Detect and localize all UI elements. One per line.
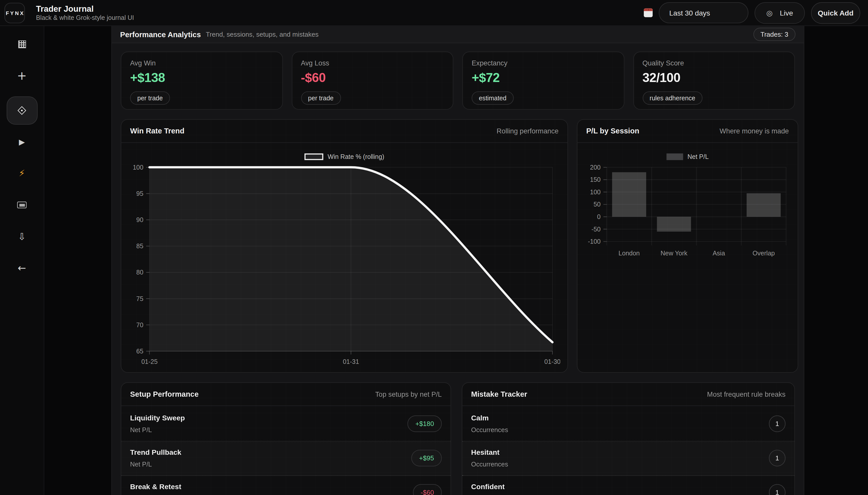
stat-badge: per trade [130,91,170,105]
card-subtitle: Where money is made [720,127,789,135]
mistake-tracker-card: Mistake Tracker Most frequent rule break… [462,382,795,495]
count-badge: 1 [769,415,785,432]
sidebar-item-grid[interactable] [6,33,37,55]
grid-icon [18,40,26,48]
mistake-row-calm: Calm Occurrences 1 [462,407,794,442]
session-chart-body: Net P/L -100-50050100150200LondonNew Yor… [578,143,798,267]
mistake-name: Calm [471,414,508,422]
title-block: Trader Journal Black & white Grok-style … [36,4,134,22]
stat-label: Quality Score [642,59,785,67]
svg-text:Asia: Asia [712,250,725,257]
mistake-sub: Occurrences [471,460,508,468]
pl-badge: -$60 [413,484,442,495]
stat-badge: per trade [301,91,341,105]
svg-text:London: London [619,250,640,257]
card-subtitle: Top setups by net P/L [375,390,442,398]
panel-body: Avg Win +$138 per trade Avg Loss -$60 pe… [112,43,803,495]
card-title: Setup Performance [130,390,198,398]
setup-name: Liquidity Sweep [130,414,185,422]
sidebar-item-back[interactable]: ← [6,257,37,279]
svg-text:50: 50 [594,201,601,208]
svg-text:80: 80 [136,269,143,276]
svg-text:0: 0 [597,213,601,220]
diamond-dot-icon [18,106,26,115]
sidebar-item-play[interactable]: ▶ [6,131,37,153]
date-range-select[interactable]: Last 30 days [659,2,748,23]
mistake-row-hesitant: Hesitant Occurrences 1 [462,442,794,476]
svg-text:150: 150 [590,176,601,183]
sidebar-item-add[interactable]: + [6,65,37,87]
calendar-icon [644,8,653,17]
svg-text:-100: -100 [588,238,601,245]
count-badge: 1 [769,484,785,495]
svg-text:01-30: 01-30 [544,358,560,365]
stat-value: -$60 [301,70,444,85]
page: Performance Analytics Trend, sessions, s… [44,26,868,495]
stat-card-expectancy: Expectancy +$72 estimated [462,51,624,109]
legend-label: Net P/L [687,154,708,160]
sidebar-item-lightning[interactable]: ⚡ [6,162,37,184]
sidebar-rail: + ▶ ⚡ ⇩ ← [0,26,44,495]
svg-text:95: 95 [136,190,143,197]
stat-value: 32/100 [642,70,785,85]
svg-text:85: 85 [136,242,143,250]
setup-row-break-retest: Break & Retest Net P/L -$60 [121,476,450,495]
live-button-label: Live [780,8,793,17]
stat-label: Avg Win [130,59,273,67]
card-title: Mistake Tracker [471,390,527,398]
win-rate-legend[interactable]: Win Rate % (rolling) [128,151,560,163]
stat-card-avg-loss: Avg Loss -$60 per trade [291,51,453,109]
page-title: Performance Analytics [120,30,201,39]
stats-row: Avg Win +$138 per trade Avg Loss -$60 pe… [121,51,795,109]
svg-text:01-31: 01-31 [343,358,359,365]
win-rate-chart-body: Win Rate % (rolling) 6570758085909510001… [121,143,567,372]
svg-text:200: 200 [590,164,601,171]
live-button[interactable]: ◎ Live [755,2,805,24]
svg-text:65: 65 [136,347,143,355]
arrow-left-icon: ← [18,263,26,273]
sidebar-item-panel[interactable] [6,194,37,216]
mistake-name: Confident [471,482,508,491]
stat-card-avg-win: Avg Win +$138 per trade [121,51,282,109]
setup-sub: Net P/L [130,426,185,433]
topbar-controls: Last 30 days ◎ Live Quick Add [644,2,861,24]
svg-text:75: 75 [136,295,143,302]
mistake-row-confident: Confident Occurrences 1 [462,476,794,495]
stat-label: Expectancy [472,59,615,67]
mistake-list: Calm Occurrences 1 Hesitant Occurrences [462,406,794,495]
session-chart: -100-50050100150200LondonNew YorkAsiaOve… [585,164,791,262]
svg-text:01-25: 01-25 [141,358,158,365]
plus-icon: + [17,70,27,82]
stat-card-quality-score: Quality Score 32/100 rules adherence [633,51,795,109]
pl-badge: +$95 [411,450,442,466]
line-legend-swatch [304,154,323,160]
bar-legend-swatch [667,154,683,160]
play-icon: ▶ [19,138,25,146]
app-title: Trader Journal [36,4,134,14]
page-subtitle: Trend, sessions, setups, and mistakes [206,31,319,38]
panel-header: Performance Analytics Trend, sessions, s… [112,26,803,43]
card-title: P/L by Session [586,127,639,135]
svg-text:New York: New York [661,250,688,257]
lightning-icon: ⚡ [19,169,25,178]
svg-text:100: 100 [133,164,143,171]
setup-row-liquidity-sweep: Liquidity Sweep Net P/L +$180 [121,407,450,442]
setup-card-header: Setup Performance Top setups by net P/L [121,383,450,406]
app-subtitle: Black & white Grok-style journal UI [36,15,134,22]
session-pl-card: P/L by Session Where money is made Net P… [577,119,798,373]
stat-badge: rules adherence [642,91,703,105]
quick-add-button[interactable]: Quick Add [811,2,861,24]
sidebar-item-analytics-active[interactable] [6,97,37,125]
svg-text:100: 100 [590,188,601,195]
mistake-sub: Occurrences [471,426,508,433]
setup-row-trend-pullback: Trend Pullback Net P/L +$95 [121,442,450,476]
lists-row: Setup Performance Top setups by net P/L … [121,382,795,495]
trades-count-badge: Trades: 3 [753,28,796,41]
sidebar-item-download[interactable]: ⇩ [6,225,37,248]
setup-performance-card: Setup Performance Top setups by net P/L … [121,382,451,495]
session-card-header: P/L by Session Where money is made [578,120,798,143]
session-legend[interactable]: Net P/L [585,151,791,163]
setup-list: Liquidity Sweep Net P/L +$180 Trend Pull… [121,406,450,495]
setup-name: Break & Retest [130,482,181,491]
analytics-panel: Performance Analytics Trend, sessions, s… [111,26,804,495]
